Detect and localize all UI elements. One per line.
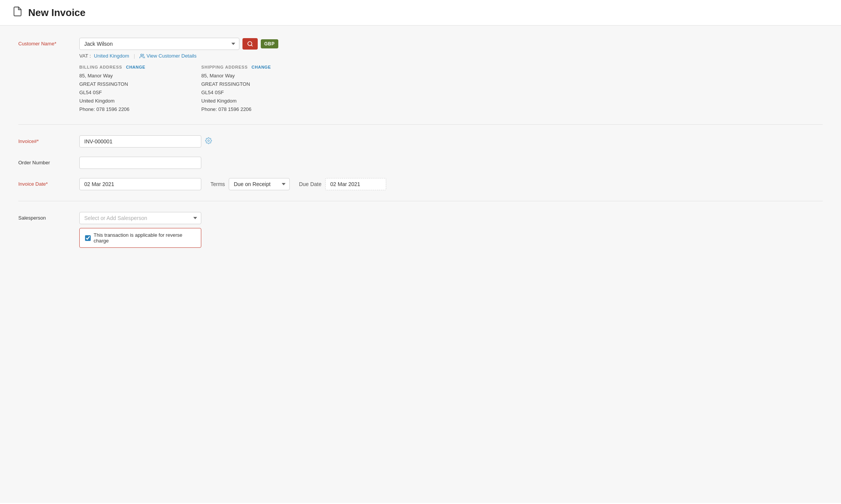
invoice-number-label: Invoice#* xyxy=(18,135,79,144)
divider-2 xyxy=(18,201,823,201)
invoice-icon xyxy=(12,6,23,19)
view-customer-link[interactable]: View Customer Details xyxy=(140,53,196,59)
salesperson-select[interactable]: Select or Add Salesperson xyxy=(79,212,201,224)
address-section: BILLING ADDRESS CHANGE 85, Manor Way GRE… xyxy=(79,65,823,114)
page-title: New Invoice xyxy=(28,7,85,19)
shipping-address-change-link[interactable]: CHANGE xyxy=(252,65,271,69)
reverse-charge-label: This transaction is applicable for rever… xyxy=(94,232,196,244)
order-number-label: Order Number xyxy=(18,157,79,165)
shipping-address-line2: GREAT RISSINGTON xyxy=(201,80,293,88)
billing-address-title: BILLING ADDRESS xyxy=(79,65,122,69)
invoice-date-area: Terms Due on Receipt Due Date xyxy=(79,178,823,190)
divider-1 xyxy=(18,124,823,125)
invoice-num-controls xyxy=(79,135,823,148)
billing-address-line3: GL54 0SF xyxy=(79,88,171,97)
shipping-address-header: SHIPPING ADDRESS CHANGE xyxy=(201,65,293,69)
shipping-address-title: SHIPPING ADDRESS xyxy=(201,65,248,69)
billing-address-line4: United Kingdom xyxy=(79,97,171,105)
page-wrapper: New Invoice Customer Name* Jack Wilson xyxy=(0,0,841,504)
gear-icon[interactable] xyxy=(205,137,212,146)
reverse-charge-box: This transaction is applicable for rever… xyxy=(79,228,201,248)
vat-divider: | xyxy=(134,53,135,59)
customer-search-button[interactable] xyxy=(242,38,258,50)
invoice-date-input[interactable] xyxy=(79,178,201,190)
customer-name-controls: Jack Wilson GBP xyxy=(79,38,823,50)
billing-address-change-link[interactable]: CHANGE xyxy=(126,65,145,69)
page-header: New Invoice xyxy=(0,0,841,26)
salesperson-row: Salesperson Select or Add Salesperson Th… xyxy=(18,212,823,248)
due-date-group: Due Date xyxy=(299,178,386,190)
vat-country-link[interactable]: United Kingdom xyxy=(94,53,129,59)
shipping-address-line4: United Kingdom xyxy=(201,97,293,105)
customer-name-area: Jack Wilson GBP VAT : United Kingdom | xyxy=(79,38,823,114)
billing-address-line1: 85, Manor Way xyxy=(79,72,171,80)
due-date-input[interactable] xyxy=(325,178,386,190)
billing-address-block: BILLING ADDRESS CHANGE 85, Manor Way GRE… xyxy=(79,65,171,114)
terms-label: Terms xyxy=(210,181,225,187)
customer-name-select[interactable]: Jack Wilson xyxy=(79,38,239,50)
customer-name-row: Customer Name* Jack Wilson GBP xyxy=(18,38,823,114)
salesperson-area: Select or Add Salesperson This transacti… xyxy=(79,212,823,248)
shipping-address-block: SHIPPING ADDRESS CHANGE 85, Manor Way GR… xyxy=(201,65,293,114)
svg-point-3 xyxy=(208,140,210,142)
invoice-number-row: Invoice#* xyxy=(18,135,823,148)
view-customer-label: View Customer Details xyxy=(146,53,196,59)
shipping-address-line3: GL54 0SF xyxy=(201,88,293,97)
invoice-number-area xyxy=(79,135,823,148)
invoice-date-row: Invoice Date* Terms Due on Receipt Due D… xyxy=(18,178,823,190)
date-terms-controls: Terms Due on Receipt Due Date xyxy=(79,178,823,190)
terms-select[interactable]: Due on Receipt xyxy=(229,178,290,190)
currency-badge: GBP xyxy=(261,39,278,48)
reverse-charge-checkbox[interactable] xyxy=(85,235,91,241)
svg-point-2 xyxy=(141,54,143,56)
invoice-date-label: Invoice Date* xyxy=(18,178,79,187)
salesperson-label: Salesperson xyxy=(18,212,79,221)
customer-name-label: Customer Name* xyxy=(18,38,79,47)
order-number-row: Order Number xyxy=(18,157,823,169)
billing-address-line5: Phone: 078 1596 2206 xyxy=(79,105,171,114)
form-body: Customer Name* Jack Wilson GBP xyxy=(0,26,841,503)
billing-address-header: BILLING ADDRESS CHANGE xyxy=(79,65,171,69)
due-date-label: Due Date xyxy=(299,181,321,187)
shipping-address-line5: Phone: 078 1596 2206 xyxy=(201,105,293,114)
billing-address-line2: GREAT RISSINGTON xyxy=(79,80,171,88)
invoice-number-input[interactable] xyxy=(79,135,201,148)
terms-group: Terms Due on Receipt xyxy=(210,178,290,190)
svg-line-1 xyxy=(251,45,252,46)
vat-row: VAT : United Kingdom | View Customer Det… xyxy=(79,53,823,59)
shipping-address-line1: 85, Manor Way xyxy=(201,72,293,80)
vat-label: VAT : xyxy=(79,53,91,59)
order-number-input[interactable] xyxy=(79,157,201,169)
order-number-area xyxy=(79,157,823,169)
